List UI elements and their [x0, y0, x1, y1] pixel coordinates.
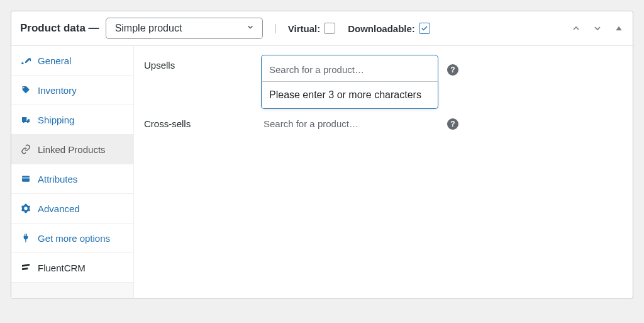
tab-label: FluentCRM	[38, 263, 86, 273]
separator: |	[274, 23, 277, 34]
tab-general[interactable]: General	[11, 46, 133, 76]
wrench-icon	[20, 55, 31, 66]
panel-header: Product data — Simple product | Virtual:…	[11, 11, 633, 46]
tab-label: Advanced	[38, 203, 80, 214]
downloadable-group: Downloadable:	[348, 23, 430, 34]
tab-label: Inventory	[38, 85, 77, 96]
upsells-label: Upsells	[144, 55, 261, 71]
help-icon[interactable]: ?	[447, 118, 458, 130]
tab-advanced[interactable]: Advanced	[11, 194, 133, 224]
content-area: Upsells Search for a product… ? Please e…	[134, 46, 633, 298]
move-down-icon[interactable]	[592, 23, 602, 33]
panel-body: General Inventory Shipping Linked Produc…	[11, 46, 633, 298]
tab-label: Shipping	[38, 115, 74, 125]
svg-rect-2	[22, 178, 30, 178]
downloadable-checkbox[interactable]	[419, 23, 430, 34]
crosssells-control: Search for a product… ?	[261, 113, 458, 134]
tab-fluentcrm[interactable]: FluentCRM	[11, 253, 133, 283]
product-type-value: Simple product	[115, 23, 182, 34]
tab-label: General	[38, 55, 71, 66]
tab-shipping[interactable]: Shipping	[11, 105, 133, 135]
crosssells-search-input[interactable]: Search for a product…	[261, 113, 438, 134]
product-type-select[interactable]: Simple product	[106, 18, 263, 39]
tab-label: Attributes	[38, 174, 77, 184]
card-icon	[20, 173, 31, 184]
upsells-row: Upsells Search for a product… ?	[144, 55, 623, 84]
toggle-panel-icon[interactable]	[614, 23, 624, 33]
svg-marker-0	[616, 26, 621, 31]
upsells-search-input[interactable]: Search for a product…	[261, 55, 438, 84]
link-icon	[20, 144, 31, 155]
search-dropdown-message: Please enter 3 or more characters	[261, 81, 438, 109]
help-icon[interactable]: ?	[447, 64, 458, 76]
virtual-group: Virtual:	[288, 23, 335, 34]
virtual-label: Virtual:	[288, 23, 320, 34]
product-data-panel: Product data — Simple product | Virtual:…	[11, 11, 633, 298]
tab-inventory[interactable]: Inventory	[11, 76, 133, 105]
tab-attributes[interactable]: Attributes	[11, 164, 133, 194]
tab-linked-products[interactable]: Linked Products	[11, 135, 133, 164]
virtual-checkbox[interactable]	[324, 23, 335, 34]
svg-rect-1	[22, 176, 30, 181]
upsells-control: Search for a product… ?	[261, 55, 458, 84]
fluent-icon	[20, 262, 31, 273]
chevron-down-icon	[246, 23, 255, 34]
tag-icon	[20, 84, 31, 96]
downloadable-label: Downloadable:	[348, 23, 415, 34]
header-actions	[571, 23, 624, 33]
panel-title: Product data —	[20, 22, 99, 35]
crosssells-row: Cross-sells Search for a product… ?	[144, 113, 623, 134]
truck-icon	[20, 114, 31, 125]
tab-label: Get more options	[38, 233, 110, 244]
move-up-icon[interactable]	[571, 23, 581, 33]
tab-get-more-options[interactable]: Get more options	[11, 224, 133, 253]
gear-icon	[20, 203, 31, 214]
tab-label: Linked Products	[38, 144, 106, 155]
crosssells-label: Cross-sells	[144, 113, 261, 129]
plug-icon	[20, 232, 31, 244]
sidebar: General Inventory Shipping Linked Produc…	[11, 46, 134, 298]
